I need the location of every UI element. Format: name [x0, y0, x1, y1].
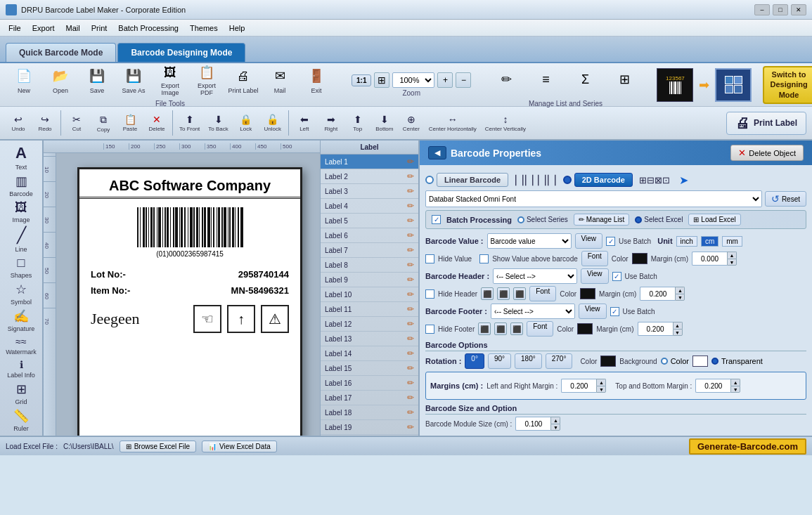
footer-use-batch-check[interactable] — [610, 307, 619, 316]
select-excel-radio[interactable] — [635, 216, 642, 223]
redo-btn[interactable]: ↪ Redo — [32, 108, 58, 138]
batch-processing-check[interactable] — [432, 215, 441, 224]
2d-barcode-radio[interactable] — [563, 176, 572, 184]
menu-mail[interactable]: Mail — [60, 22, 86, 34]
font-select[interactable]: Databar Stacked Omni Font — [425, 190, 762, 207]
bp-back-btn[interactable]: ◀ — [428, 146, 446, 159]
module-size-input[interactable] — [515, 417, 550, 431]
menu-batch[interactable]: Batch Processing — [112, 22, 184, 34]
lr-margin-down[interactable]: ▼ — [596, 386, 606, 393]
formula-btn[interactable]: Σ — [567, 62, 603, 98]
export-pdf-btn[interactable]: 📋 Export PDF — [188, 62, 225, 98]
unit-cm-btn[interactable]: cm — [701, 236, 718, 247]
label-item-4[interactable]: Label 4 ✏ — [321, 199, 418, 214]
maximize-btn[interactable]: □ — [773, 4, 788, 15]
select-series-option[interactable]: Select Series — [517, 216, 568, 223]
footer-margin-down[interactable]: ▼ — [673, 329, 683, 336]
barcode-value-margin-input[interactable] — [692, 252, 727, 266]
load-excel-btn[interactable]: ⊞ Load Excel — [688, 214, 740, 226]
rot-270-btn[interactable]: 270° — [546, 353, 573, 369]
tab-quick-barcode[interactable]: Quick Barcode Mode — [6, 43, 116, 62]
label-item-14[interactable]: Label 14 ✏ — [321, 346, 418, 361]
close-btn[interactable]: ✕ — [791, 4, 806, 15]
zoom-fit-icon[interactable]: ⊞ — [374, 72, 389, 88]
barcode-footer-select[interactable]: ‹-- Select --> — [491, 304, 575, 319]
menu-help[interactable]: Help — [224, 22, 251, 34]
header-use-batch-check[interactable] — [612, 272, 621, 281]
barcode-value-view-btn[interactable]: View — [575, 233, 603, 249]
header-margin-up[interactable]: ▲ — [675, 287, 685, 294]
barcode-value-margin-down[interactable]: ▼ — [727, 259, 737, 266]
label-item-8[interactable]: Label 8 ✏ — [321, 258, 418, 273]
align-center-v-btn[interactable]: ↕ Center Vertically — [482, 108, 529, 138]
align-left-btn[interactable]: ⬅ Left — [292, 108, 317, 138]
paste-btn[interactable]: 📋 Paste — [117, 108, 143, 138]
print-label-btn[interactable]: 🖨 Print Label — [726, 112, 806, 135]
barcode-header-select[interactable]: ‹-- Select --> — [493, 268, 577, 284]
sidebar-tool-ruler[interactable]: 📏 Ruler — [2, 408, 40, 433]
header-icon1[interactable]: ⬛ — [481, 287, 494, 300]
print-label-file-btn[interactable]: 🖨 Print Label — [225, 62, 262, 98]
sidebar-tool-signature[interactable]: ✍ Signature — [2, 308, 40, 333]
select-series-radio[interactable] — [517, 216, 524, 223]
footer-font-btn[interactable]: Font — [527, 321, 553, 337]
label-item-17[interactable]: Label 17 ✏ — [321, 391, 418, 405]
header-margin-down[interactable]: ▼ — [675, 294, 685, 301]
tab-barcode-designing[interactable]: Barcode Designing Mode — [117, 43, 245, 62]
label-item-5[interactable]: Label 5 ✏ — [321, 214, 418, 228]
save-as-btn[interactable]: 💾 Save As — [115, 62, 152, 98]
footer-margin-input[interactable] — [638, 322, 673, 336]
footer-icon3[interactable]: ⬛ — [510, 322, 523, 335]
sidebar-tool-symbol[interactable]: ☆ Symbol — [2, 281, 40, 306]
copy-btn[interactable]: ⧉ Copy — [91, 108, 116, 138]
menu-export[interactable]: Export — [27, 22, 60, 34]
label-item-1[interactable]: Label 1 ✏ — [321, 155, 418, 169]
hide-footer-check[interactable] — [425, 325, 434, 334]
data-btn[interactable]: ⊞ — [606, 62, 643, 98]
color-bg-radio[interactable] — [661, 358, 668, 365]
bg-color-swatch[interactable] — [692, 356, 708, 367]
barcode-header-view-btn[interactable]: View — [581, 268, 609, 284]
label-item-12[interactable]: Label 12 ✏ — [321, 317, 418, 332]
label-item-2[interactable]: Label 2 ✏ — [321, 169, 418, 184]
label-item-11[interactable]: Label 11 ✏ — [321, 302, 418, 317]
hide-value-check[interactable] — [425, 254, 434, 263]
barcode-value-color-swatch[interactable] — [632, 253, 647, 264]
sidebar-tool-grid[interactable]: ⊞ Grid — [2, 381, 40, 406]
barcode-value-font-btn[interactable]: Font — [581, 251, 608, 266]
header-margin-input[interactable] — [640, 287, 675, 301]
align-right-btn[interactable]: ➡ Right — [318, 108, 344, 138]
unit-inch-btn[interactable]: inch — [676, 236, 697, 247]
cut-btn[interactable]: ✂ Cut — [64, 108, 89, 138]
to-back-btn[interactable]: ⬇ To Back — [205, 108, 231, 138]
delete-btn[interactable]: ✕ Delete — [144, 108, 169, 138]
label-item-9[interactable]: Label 9 ✏ — [321, 273, 418, 287]
color-bg-option[interactable]: Color — [661, 357, 689, 365]
zoom-out-btn[interactable]: − — [456, 72, 471, 88]
transparent-radio[interactable] — [711, 358, 718, 365]
sidebar-tool-image[interactable]: 🖼 Image — [2, 200, 40, 224]
header-icon3[interactable]: ⬛ — [513, 287, 526, 300]
rot-90-btn[interactable]: 90° — [488, 353, 511, 369]
barcode-value-margin-up[interactable]: ▲ — [727, 252, 737, 259]
tb-margin-up[interactable]: ▲ — [730, 379, 740, 386]
2d-barcode-option[interactable]: 2D Barcode — [563, 173, 633, 187]
align-bottom-btn[interactable]: ⬇ Bottom — [372, 108, 397, 138]
use-batch-check[interactable] — [606, 237, 615, 246]
align-center-h-btn[interactable]: ↔ Center Horizontally — [425, 108, 480, 138]
browse-excel-btn[interactable]: ⊞ Browse Excel File — [120, 441, 196, 452]
header-icon2[interactable]: ⬛ — [497, 287, 510, 300]
barcode-footer-view-btn[interactable]: View — [579, 304, 607, 319]
sidebar-tool-line[interactable]: ╱ Line — [2, 226, 40, 254]
label-item-3[interactable]: Label 3 ✏ — [321, 184, 418, 199]
label-item-7[interactable]: Label 7 ✏ — [321, 243, 418, 258]
undo-btn[interactable]: ↩ Undo — [6, 108, 31, 138]
label-item-15[interactable]: Label 15 ✏ — [321, 361, 418, 376]
rot-180-btn[interactable]: 180° — [515, 353, 542, 369]
switch-to-designing-btn[interactable]: Switch toDesigningMode — [763, 66, 812, 104]
sidebar-tool-labelinfo[interactable]: ℹ Label Info — [2, 358, 40, 379]
label-item-19[interactable]: Label 19 ✏ — [321, 420, 418, 435]
footer-icon1[interactable]: ⬛ — [478, 322, 491, 335]
linear-barcode-option[interactable]: Linear Barcode — [425, 173, 508, 187]
footer-color-swatch[interactable] — [577, 323, 593, 334]
